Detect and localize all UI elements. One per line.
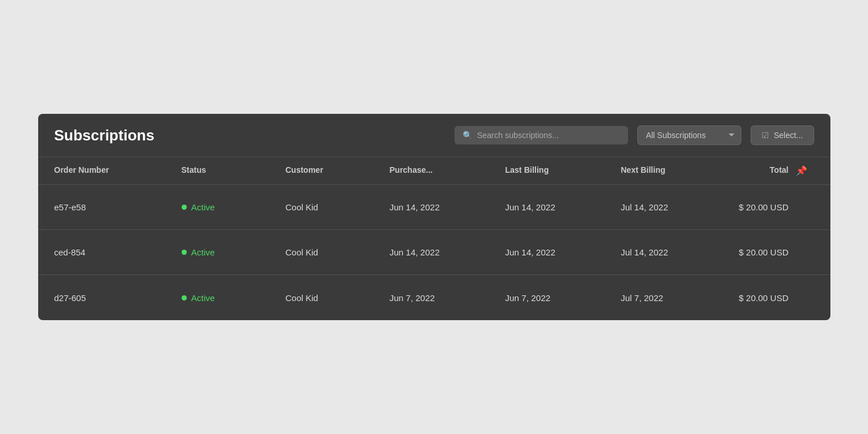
pin-icon: 📌 <box>789 165 814 176</box>
purchased-cell: Jun 14, 2022 <box>390 202 505 212</box>
col-order-number: Order Number <box>54 165 182 176</box>
select-button-label: Select... <box>774 131 803 140</box>
filter-select[interactable]: All Subscriptions Active Inactive Cancel… <box>637 125 741 145</box>
order-number-cell: e57-e58 <box>54 202 182 212</box>
col-customer: Customer <box>286 165 390 176</box>
customer-cell: Cool Kid <box>286 202 390 212</box>
purchased-cell: Jun 7, 2022 <box>390 293 505 303</box>
status-text: Active <box>191 293 215 303</box>
last-billing-cell: Jun 14, 2022 <box>505 247 621 257</box>
search-box: 🔍 <box>455 126 628 144</box>
total-cell: $ 20.00 USD <box>737 247 789 257</box>
table-row[interactable]: e57-e58 Active Cool Kid Jun 14, 2022 Jun… <box>38 185 830 230</box>
status-cell: Active <box>182 247 286 257</box>
customer-cell: Cool Kid <box>286 247 390 257</box>
search-icon: 🔍 <box>463 131 472 140</box>
purchased-cell: Jun 14, 2022 <box>390 247 505 257</box>
col-total: Total <box>737 165 789 176</box>
checkbox-icon: ☑ <box>762 131 769 140</box>
col-purchased: Purchase... <box>390 165 505 176</box>
next-billing-cell: Jul 7, 2022 <box>621 293 737 303</box>
page-title: Subscriptions <box>54 127 445 144</box>
table-row[interactable]: ced-854 Active Cool Kid Jun 14, 2022 Jun… <box>38 230 830 275</box>
status-dot <box>182 295 187 301</box>
table-row[interactable]: d27-605 Active Cool Kid Jun 7, 2022 Jun … <box>38 275 830 320</box>
status-dot <box>182 250 187 255</box>
order-number-cell: d27-605 <box>54 293 182 303</box>
total-cell: $ 20.00 USD <box>737 293 789 303</box>
last-billing-cell: Jun 7, 2022 <box>505 293 621 303</box>
status-dot <box>182 205 187 210</box>
subscriptions-panel: Subscriptions 🔍 All Subscriptions Active… <box>38 114 830 320</box>
customer-cell: Cool Kid <box>286 293 390 303</box>
status-text: Active <box>191 202 215 212</box>
next-billing-cell: Jul 14, 2022 <box>621 247 737 257</box>
subscriptions-table: Order Number Status Customer Purchase...… <box>38 157 830 320</box>
status-text: Active <box>191 247 215 257</box>
status-cell: Active <box>182 293 286 303</box>
select-button[interactable]: ☑ Select... <box>751 125 814 145</box>
search-input[interactable] <box>477 131 620 140</box>
next-billing-cell: Jul 14, 2022 <box>621 202 737 212</box>
col-last-billing: Last Billing <box>505 165 621 176</box>
col-next-billing: Next Billing <box>621 165 737 176</box>
order-number-cell: ced-854 <box>54 247 182 257</box>
status-cell: Active <box>182 202 286 212</box>
total-cell: $ 20.00 USD <box>737 202 789 212</box>
col-status: Status <box>182 165 286 176</box>
table-header-row: Order Number Status Customer Purchase...… <box>38 157 830 185</box>
last-billing-cell: Jun 14, 2022 <box>505 202 621 212</box>
panel-header: Subscriptions 🔍 All Subscriptions Active… <box>38 114 830 157</box>
